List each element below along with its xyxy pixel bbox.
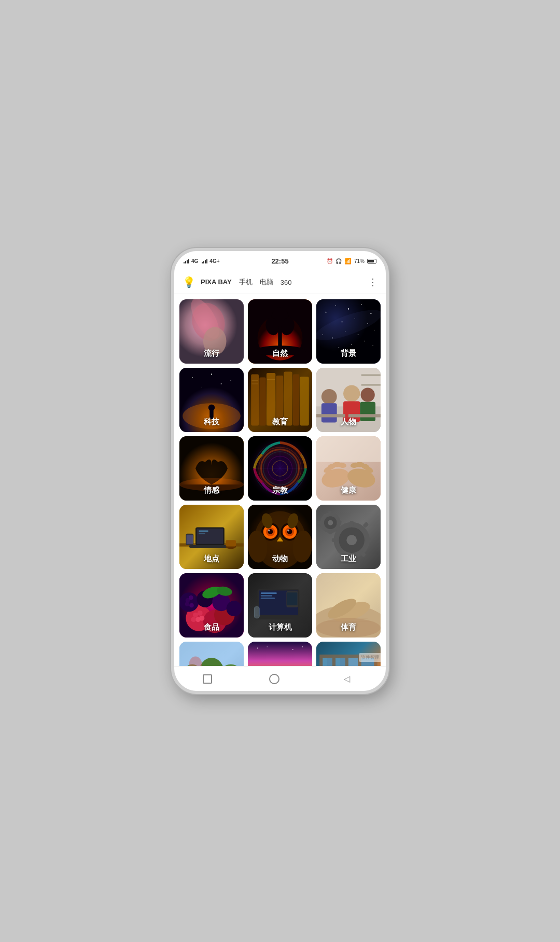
category-item-tech[interactable]: 科技	[179, 368, 244, 432]
category-label-sports: 体育	[316, 622, 381, 632]
network-type-2: 4G+	[209, 258, 219, 264]
svg-point-39	[208, 405, 215, 411]
svg-point-33	[211, 373, 212, 375]
svg-rect-132	[329, 530, 332, 534]
svg-rect-161	[287, 592, 298, 605]
svg-point-149	[189, 595, 193, 600]
svg-point-144	[198, 611, 203, 616]
svg-point-183	[257, 648, 258, 649]
svg-point-139	[179, 592, 199, 612]
category-label-emotion: 情感	[179, 486, 244, 495]
battery-percent: 71%	[354, 258, 365, 264]
svg-rect-159	[261, 598, 275, 599]
category-item-industry[interactable]: 工业	[316, 505, 381, 569]
svg-point-142	[227, 601, 242, 616]
svg-point-109	[268, 530, 270, 532]
svg-point-28	[339, 347, 340, 348]
wifi-icon: 📶	[344, 258, 352, 265]
category-label-animal: 动物	[248, 554, 312, 564]
svg-point-184	[267, 646, 268, 647]
svg-rect-123	[365, 538, 371, 542]
more-menu-icon[interactable]: ⋮	[368, 276, 377, 288]
nav-home-button[interactable]	[269, 674, 279, 684]
category-item-nature[interactable]: 自然	[248, 299, 312, 364]
svg-rect-157	[261, 592, 277, 593]
svg-point-35	[202, 387, 202, 387]
svg-rect-87	[316, 436, 381, 462]
svg-point-110	[287, 530, 289, 532]
category-item-emotion[interactable]: 情感	[179, 436, 244, 501]
svg-point-70	[268, 456, 292, 480]
brand-name: PIXA BAY	[201, 278, 232, 286]
nav-computer[interactable]: 电脑	[260, 278, 273, 287]
svg-rect-94	[187, 535, 193, 544]
svg-point-59	[361, 387, 375, 401]
svg-rect-198	[323, 658, 327, 666]
category-label-background: 背景	[316, 349, 381, 358]
svg-rect-158	[261, 595, 272, 596]
svg-rect-179	[248, 642, 312, 666]
svg-point-185	[292, 649, 293, 650]
category-item-people[interactable]: 人物	[316, 368, 381, 432]
svg-point-119	[346, 535, 357, 545]
category-item-food[interactable]: 食品	[179, 573, 244, 638]
category-item-travel[interactable]: 旅游	[248, 642, 312, 666]
svg-rect-120	[349, 521, 353, 527]
svg-point-36	[221, 383, 222, 384]
svg-point-24	[358, 334, 359, 335]
svg-rect-98	[199, 533, 205, 534]
category-label-food: 食品	[179, 622, 244, 632]
svg-rect-134	[337, 521, 342, 524]
svg-rect-92	[189, 545, 231, 548]
svg-point-15	[361, 304, 362, 305]
svg-point-29	[373, 345, 373, 346]
time-display: 22:55	[271, 257, 288, 265]
svg-point-143	[193, 613, 198, 618]
svg-point-32	[192, 377, 193, 378]
svg-rect-199	[335, 658, 340, 666]
svg-point-26	[351, 344, 352, 345]
category-label-education: 教育	[248, 417, 312, 427]
svg-point-151	[189, 603, 194, 608]
svg-point-27	[364, 341, 365, 341]
category-item-health[interactable]: 健康	[316, 436, 381, 501]
nav-phone[interactable]: 手机	[239, 278, 253, 287]
status-right: ⏰ 🎧 📶 71%	[327, 258, 376, 265]
category-item-transport[interactable]: 交通运输	[179, 642, 244, 666]
category-item-location[interactable]: 地点	[179, 505, 244, 569]
category-label-health: 健康	[316, 486, 381, 495]
category-item-background[interactable]: 背景	[316, 299, 381, 364]
headphone-icon: 🎧	[335, 258, 342, 264]
svg-rect-53	[361, 374, 381, 376]
category-item-sports[interactable]: 体育	[316, 573, 381, 638]
svg-point-150	[185, 602, 190, 606]
category-label-trending: 流行	[179, 349, 244, 358]
category-item-trending[interactable]: 流行	[179, 299, 244, 364]
category-label-religion: 宗教	[248, 486, 312, 495]
logo-bulb-icon[interactable]: 💡	[183, 276, 195, 288]
nav-recent-apps-button[interactable]	[203, 674, 212, 684]
category-label-people: 人物	[316, 417, 381, 427]
bottom-navigation: ◁	[174, 666, 386, 691]
svg-rect-162	[254, 616, 302, 619]
category-label-computer: 计算机	[248, 622, 312, 632]
svg-point-71	[272, 461, 288, 476]
svg-rect-163	[254, 606, 259, 618]
category-item-religion[interactable]: 宗教	[248, 436, 312, 501]
svg-rect-96	[226, 540, 236, 546]
svg-point-12	[326, 312, 327, 313]
category-item-animal[interactable]: 动物	[248, 505, 312, 569]
svg-point-13	[335, 306, 335, 306]
svg-rect-131	[329, 511, 332, 516]
nav-back-button[interactable]: ◁	[337, 669, 357, 689]
svg-rect-192	[348, 658, 358, 666]
category-label-nature: 自然	[248, 349, 312, 358]
svg-point-14	[348, 308, 349, 309]
nav-360[interactable]: 360	[281, 279, 292, 286]
svg-line-75	[262, 450, 298, 486]
category-item-computer[interactable]: 计算机	[248, 573, 312, 638]
header-nav: 手机 电脑 360	[239, 278, 368, 287]
svg-point-146	[191, 617, 196, 622]
svg-rect-133	[318, 521, 323, 524]
category-item-education[interactable]: 教育	[248, 368, 312, 432]
